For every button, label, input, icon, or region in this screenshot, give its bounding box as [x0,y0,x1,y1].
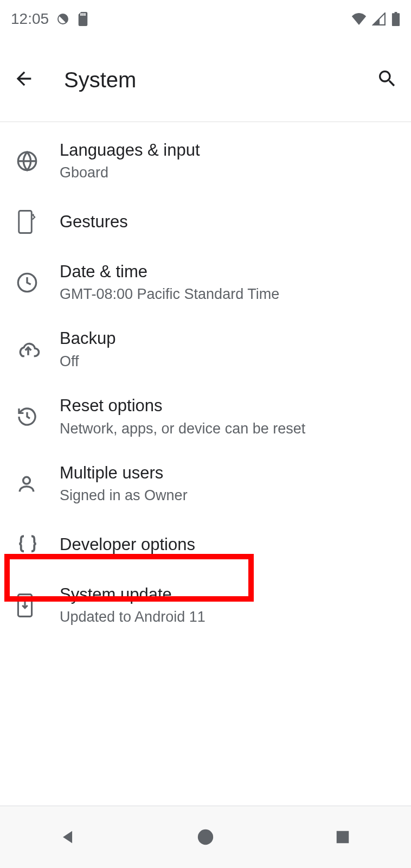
setting-title: Multiple users [60,462,395,484]
cloud-upload-icon [16,341,60,358]
svg-point-6 [198,829,213,845]
svg-point-4 [23,477,30,484]
search-icon [376,68,398,92]
nav-recent-button[interactable] [310,821,375,853]
setting-title: Gestures [60,211,395,233]
status-right [351,12,400,26]
sd-card-icon [77,12,89,26]
triangle-back-icon [59,828,78,846]
clock-icon [16,272,60,293]
wifi-icon [351,13,367,25]
setting-languages-input[interactable]: Languages & input Gboard [0,127,411,195]
globe-icon [16,150,60,172]
setting-subtitle: Gboard [60,163,395,182]
square-recent-icon [335,829,351,845]
status-bar: 12:05 [0,0,411,38]
setting-title: Reset options [60,395,395,417]
setting-title: Languages & input [60,139,395,161]
setting-title: Developer options [60,534,395,556]
back-button[interactable] [11,67,37,93]
setting-subtitle: Off [60,352,395,371]
status-left: 12:05 [11,10,89,28]
setting-multiple-users[interactable]: Multiple users Signed in as Owner [0,450,411,518]
search-button[interactable] [374,67,400,93]
arrow-back-icon [13,68,35,92]
setting-title: Date & time [60,261,395,283]
nav-bar [0,806,411,868]
setting-date-time[interactable]: Date & time GMT-08:00 Pacific Standard T… [0,249,411,316]
nav-home-button[interactable] [173,821,238,853]
svg-rect-7 [336,831,349,844]
setting-backup[interactable]: Backup Off [0,316,411,383]
setting-title: Backup [60,328,395,349]
cell-signal-icon [372,12,386,25]
person-icon [16,474,60,494]
battery-icon [391,12,400,26]
settings-list: Languages & input Gboard Gestures Date &… [0,122,411,639]
status-time: 12:05 [11,10,49,28]
do-not-disturb-icon [56,12,69,25]
setting-system-update[interactable]: System update Updated to Android 11 [0,572,411,639]
setting-reset-options[interactable]: Reset options Network, apps, or device c… [0,383,411,450]
svg-point-2 [33,214,34,215]
setting-developer-options[interactable]: Developer options [0,518,411,572]
braces-icon [16,535,60,554]
setting-subtitle: Signed in as Owner [60,486,395,505]
circle-home-icon [196,828,215,846]
history-icon [16,406,60,427]
gesture-phone-icon [16,210,60,234]
setting-subtitle: Network, apps, or device can be reset [60,419,395,438]
setting-subtitle: Updated to Android 11 [60,607,395,627]
page-title: System [64,68,374,92]
header: System [0,38,411,122]
setting-title: System update [60,584,395,605]
phone-download-icon [16,593,60,617]
svg-rect-1 [19,210,31,233]
setting-gestures[interactable]: Gestures [0,195,411,249]
nav-back-button[interactable] [36,821,101,853]
setting-subtitle: GMT-08:00 Pacific Standard Time [60,284,395,304]
